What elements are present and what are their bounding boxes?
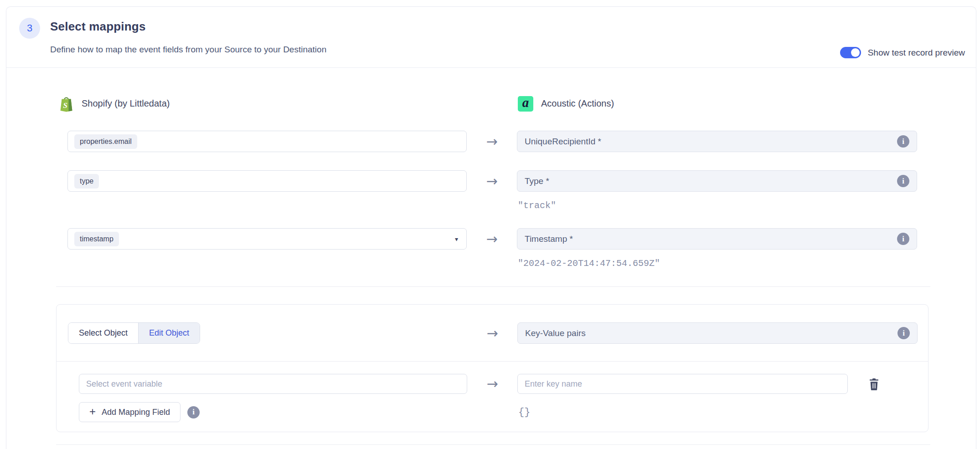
section-divider [56,286,930,287]
object-group-header: Select Object Edit Object → Key-Value pa… [57,305,928,344]
tab-edit-object[interactable]: Edit Object [138,323,200,343]
mapping-row: type → Type * i [56,170,976,192]
key-value-row: → [57,374,928,394]
toggle-knob [851,48,860,57]
info-icon[interactable]: i [897,327,910,339]
info-icon[interactable]: i [187,406,200,418]
object-group-body: → [57,362,928,432]
info-icon[interactable]: i [897,135,909,148]
destination-field-label: UniqueRecipientId * [525,137,601,147]
preview-row: "track" [56,200,976,211]
key-name-input[interactable] [517,374,848,394]
object-mode-segmented-control: Select Object Edit Object [68,322,200,344]
arrow-right-icon: → [486,135,497,148]
next-section-divider [56,444,930,445]
shopify-icon: S [59,95,74,112]
card-body: S Shopify (by Littledata) a Acoustic (Ac… [6,95,976,445]
step-number-badge: 3 [19,18,40,39]
test-record-preview-toggle-row: Show test record preview [840,47,965,58]
connector-header-row: S Shopify (by Littledata) a Acoustic (Ac… [56,95,976,112]
show-test-record-preview-toggle[interactable] [840,47,861,58]
destination-field: Type * i [517,170,917,192]
acoustic-icon: a [518,96,533,112]
source-field-tag[interactable]: type [74,174,99,189]
arrow-right-icon: → [486,232,497,246]
destination-field-label: Key-Value pairs [525,328,586,338]
mapping-row: timestamp ▾ → Timestamp * i [56,228,976,250]
source-connector-name: Shopify (by Littledata) [82,98,170,109]
destination-connector: a Acoustic (Actions) [518,96,976,112]
tab-select-object[interactable]: Select Object [68,323,138,343]
destination-field-label: Timestamp * [525,234,573,244]
caret-down-icon[interactable]: ▾ [455,235,458,243]
mappings-page: 3 Select mappings Define how to map the … [0,0,980,449]
arrow-right-icon: → [486,327,498,340]
info-icon[interactable]: i [897,175,909,187]
source-field-input[interactable]: properties.email [67,131,467,152]
add-mapping-field-label: Add Mapping Field [102,408,170,417]
destination-connector-name: Acoustic (Actions) [541,98,614,109]
source-connector: S Shopify (by Littledata) [59,95,467,112]
source-field-tag[interactable]: timestamp [74,232,119,246]
test-preview-value: "track" [518,200,976,211]
source-field-input[interactable]: timestamp ▾ [67,228,467,250]
svg-text:S: S [63,101,67,110]
add-mapping-row: + Add Mapping Field i {} [57,402,928,422]
destination-field: UniqueRecipientId * i [517,131,917,152]
mapping-row: properties.email → UniqueRecipientId * i [56,131,976,152]
source-field-input[interactable]: type [67,170,467,192]
destination-field-label: Type * [525,176,549,186]
destination-field: Timestamp * i [517,228,917,250]
toggle-label: Show test record preview [868,48,965,58]
select-mappings-card: 3 Select mappings Define how to map the … [6,6,976,449]
info-icon[interactable]: i [897,233,909,245]
object-preview-value: {} [518,407,928,418]
page-subtitle: Define how to map the event fields from … [50,45,326,55]
trash-icon [868,378,880,390]
preview-row: "2024-02-20T14:47:54.659Z" [56,258,976,269]
object-mapping-group: Select Object Edit Object → Key-Value pa… [56,304,928,432]
page-title: Select mappings [50,20,146,34]
add-mapping-field-button[interactable]: + Add Mapping Field [79,402,181,422]
card-header: 3 Select mappings Define how to map the … [6,7,976,68]
arrow-right-icon: → [486,174,497,188]
test-preview-value: "2024-02-20T14:47:54.659Z" [518,258,976,269]
destination-field: Key-Value pairs i [517,322,918,344]
plus-icon: + [89,406,96,417]
arrow-right-icon: → [486,377,498,391]
delete-row-button[interactable] [868,378,880,390]
source-field-tag[interactable]: properties.email [74,134,137,149]
event-variable-input[interactable] [79,374,467,394]
